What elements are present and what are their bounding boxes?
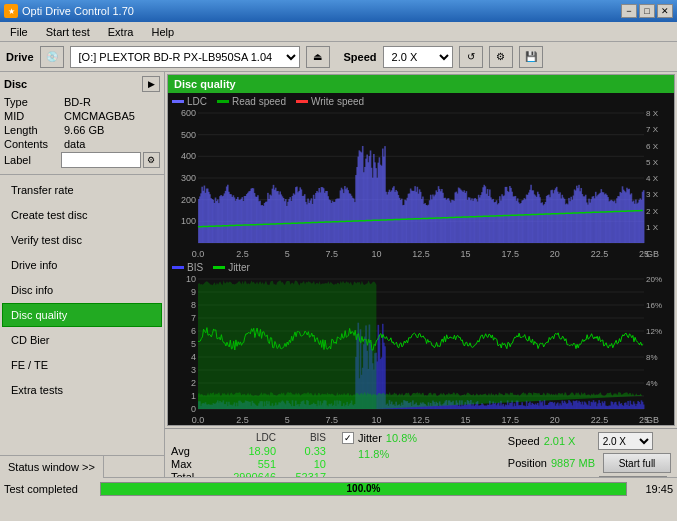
chart-1-area xyxy=(168,109,674,259)
speed-row: Speed 2.01 X 2.0 X xyxy=(508,432,671,450)
disc-panel: Disc ▶ Type BD-R MID CMCMAGBA5 Length 9.… xyxy=(0,72,164,175)
speed-label: Speed xyxy=(344,51,377,63)
stat-header-blank xyxy=(171,432,211,443)
stats-area: LDC BIS Avg 18.90 0.33 Max 551 10 Total … xyxy=(165,428,677,477)
legend-read-speed: Read speed xyxy=(217,96,286,107)
mid-value: CMCMAGBA5 xyxy=(64,110,135,122)
sidebar-item-fe-te[interactable]: FE / TE xyxy=(2,353,162,377)
label-settings-button[interactable]: ⚙ xyxy=(143,152,160,168)
contents-label: Contents xyxy=(4,138,64,150)
stat-total-bis: 52317 xyxy=(276,471,326,477)
right-stats: Speed 2.01 X 2.0 X Position 9887 MB Star… xyxy=(508,432,671,477)
progress-time: 19:45 xyxy=(633,483,673,495)
stat-row-max: Max 551 10 xyxy=(171,458,326,470)
stat-header-ldc: LDC xyxy=(211,432,276,443)
sidebar-item-disc-info[interactable]: Disc info xyxy=(2,278,162,302)
menu-help[interactable]: Help xyxy=(145,25,180,39)
verify-test-disc-label: Verify test disc xyxy=(11,234,82,246)
nav-items: Transfer rate Create test disc Verify te… xyxy=(0,175,164,455)
speed-val: 2.01 X xyxy=(544,435,594,447)
speed-select-stats[interactable]: 2.0 X xyxy=(598,432,653,450)
sidebar-item-create-test-disc[interactable]: Create test disc xyxy=(2,203,162,227)
legend-bis: BIS xyxy=(172,262,203,273)
jitter-checkbox[interactable]: ✓ xyxy=(342,432,354,444)
legend-ldc-label: LDC xyxy=(187,96,207,107)
sidebar-item-cd-bier[interactable]: CD Bier xyxy=(2,328,162,352)
drive-bar: Drive 💿 [O:] PLEXTOR BD-R PX-LB950SA 1.0… xyxy=(0,42,677,72)
speed-key: Speed xyxy=(508,435,540,447)
chart-legend-1: LDC Read speed Write speed xyxy=(168,93,674,109)
save-button[interactable]: 💾 xyxy=(519,46,543,68)
maximize-button[interactable]: □ xyxy=(639,4,655,18)
menu-file[interactable]: File xyxy=(4,25,34,39)
stat-max-bis: 10 xyxy=(276,458,326,470)
disc-panel-title: Disc xyxy=(4,78,27,90)
eject-button[interactable]: ⏏ xyxy=(306,46,330,68)
chart-2-canvas xyxy=(168,275,674,425)
menu-bar: File Start test Extra Help xyxy=(0,22,677,42)
label-input[interactable] xyxy=(61,152,141,168)
mid-label: MID xyxy=(4,110,64,122)
chart-2-area xyxy=(168,275,674,425)
app-title: Opti Drive Control 1.70 xyxy=(22,5,134,17)
main-layout: Disc ▶ Type BD-R MID CMCMAGBA5 Length 9.… xyxy=(0,72,677,477)
legend-jitter-label: Jitter xyxy=(228,262,250,273)
status-bar: Status window >> xyxy=(0,455,164,477)
title-bar: ★ Opti Drive Control 1.70 − □ ✕ xyxy=(0,0,677,22)
status-window-button[interactable]: Status window >> xyxy=(0,456,104,478)
sidebar-item-extra-tests[interactable]: Extra tests xyxy=(2,378,162,402)
legend-write-speed: Write speed xyxy=(296,96,364,107)
refresh-button[interactable]: ↺ xyxy=(459,46,483,68)
stat-max-label: Max xyxy=(171,458,211,470)
legend-bis-label: BIS xyxy=(187,262,203,273)
stat-table-section: LDC BIS Avg 18.90 0.33 Max 551 10 Total … xyxy=(171,432,326,477)
jitter-max-val: 11.8% xyxy=(358,448,389,460)
legend-jitter: Jitter xyxy=(213,262,250,273)
close-button[interactable]: ✕ xyxy=(657,4,673,18)
transfer-rate-label: Transfer rate xyxy=(11,184,74,196)
samples-row: Samples 158165 Start part xyxy=(508,476,671,477)
disc-arrow-button[interactable]: ▶ xyxy=(142,76,160,92)
drive-select[interactable]: [O:] PLEXTOR BD-R PX-LB950SA 1.04 xyxy=(70,46,300,68)
legend-bis-color xyxy=(172,266,184,269)
jitter-header: ✓ Jitter 10.8% xyxy=(342,432,417,444)
stat-avg-bis: 0.33 xyxy=(276,445,326,457)
minimize-button[interactable]: − xyxy=(621,4,637,18)
position-key: Position xyxy=(508,457,547,469)
fe-te-label: FE / TE xyxy=(11,359,48,371)
jitter-label: Jitter xyxy=(358,432,382,444)
position-val: 9887 MB xyxy=(551,457,595,469)
jitter-avg-val: 10.8% xyxy=(386,432,417,444)
type-label: Type xyxy=(4,96,64,108)
extra-tests-label: Extra tests xyxy=(11,384,63,396)
disc-info-label: Disc info xyxy=(11,284,53,296)
menu-start-test[interactable]: Start test xyxy=(40,25,96,39)
type-value: BD-R xyxy=(64,96,91,108)
label-label: Label xyxy=(4,154,61,166)
progress-label: Test completed xyxy=(4,483,94,495)
length-value: 9.66 GB xyxy=(64,124,104,136)
legend-ldc: LDC xyxy=(172,96,207,107)
sidebar-item-disc-quality[interactable]: Disc quality xyxy=(2,303,162,327)
sidebar-item-verify-test-disc[interactable]: Verify test disc xyxy=(2,228,162,252)
jitter-max-row: 11.8% xyxy=(342,448,417,460)
chart-1-canvas xyxy=(168,109,674,259)
chart-panel: Disc quality LDC Read speed Write speed xyxy=(167,74,675,426)
cd-bier-label: CD Bier xyxy=(11,334,50,346)
start-full-button[interactable]: Start full xyxy=(603,453,671,473)
content-area: Disc quality LDC Read speed Write speed xyxy=(165,72,677,477)
start-part-button[interactable]: Start part xyxy=(599,476,667,477)
stat-max-ldc: 551 xyxy=(211,458,276,470)
menu-extra[interactable]: Extra xyxy=(102,25,140,39)
sidebar-item-transfer-rate[interactable]: Transfer rate xyxy=(2,178,162,202)
jitter-section: ✓ Jitter 10.8% 11.8% xyxy=(334,432,417,477)
position-row: Position 9887 MB Start full xyxy=(508,453,671,473)
settings-button[interactable]: ⚙ xyxy=(489,46,513,68)
create-test-disc-label: Create test disc xyxy=(11,209,87,221)
sidebar-item-drive-info[interactable]: Drive info xyxy=(2,253,162,277)
app-icon: ★ xyxy=(4,4,18,18)
speed-select[interactable]: 2.0 X 1.0 X 4.0 X xyxy=(383,46,453,68)
stat-header-bis: BIS xyxy=(276,432,326,443)
sidebar: Disc ▶ Type BD-R MID CMCMAGBA5 Length 9.… xyxy=(0,72,165,477)
legend-read-speed-color xyxy=(217,100,229,103)
